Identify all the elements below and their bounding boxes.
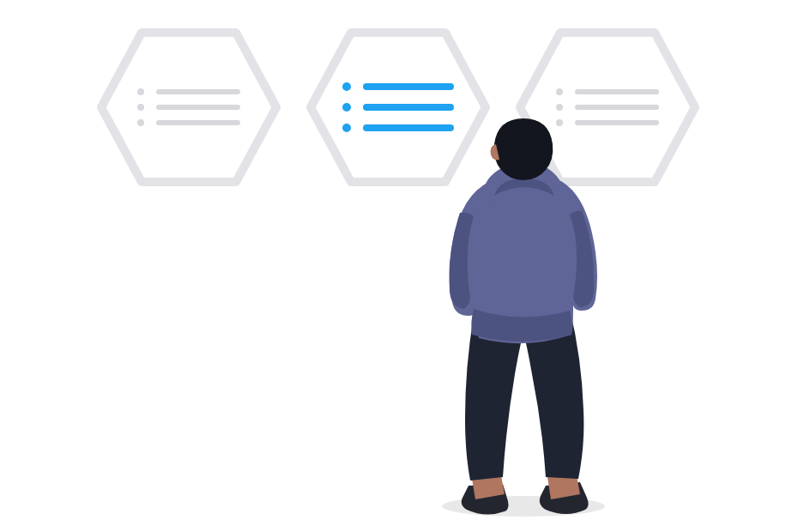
person-from-behind (429, 118, 618, 520)
selection-illustration (0, 0, 798, 532)
list-icon (137, 80, 240, 135)
option-card-left (94, 26, 283, 189)
